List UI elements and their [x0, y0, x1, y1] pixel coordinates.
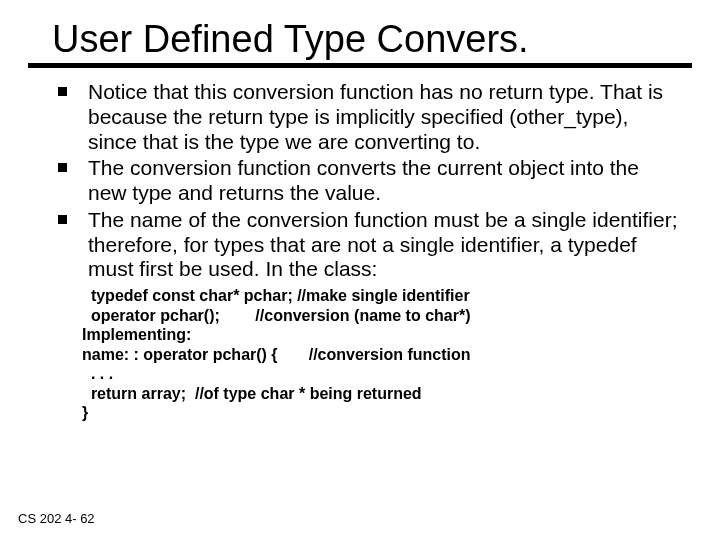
bullet-icon	[58, 215, 67, 224]
list-item: The name of the conversion function must…	[58, 208, 682, 282]
code-block: typedef const char* pchar; //make single…	[82, 286, 692, 423]
bullet-text: The conversion function converts the cur…	[88, 156, 639, 204]
slide-footer: CS 202 4- 62	[18, 511, 95, 526]
bullet-icon	[58, 163, 67, 172]
list-item: Notice that this conversion function has…	[58, 80, 682, 154]
page-title: User Defined Type Convers.	[52, 18, 692, 61]
bullet-icon	[58, 87, 67, 96]
list-item: The conversion function converts the cur…	[58, 156, 682, 206]
bullet-list: Notice that this conversion function has…	[58, 80, 682, 282]
bullet-text: The name of the conversion function must…	[88, 208, 678, 281]
bullet-text: Notice that this conversion function has…	[88, 80, 663, 153]
title-rule	[28, 63, 692, 68]
